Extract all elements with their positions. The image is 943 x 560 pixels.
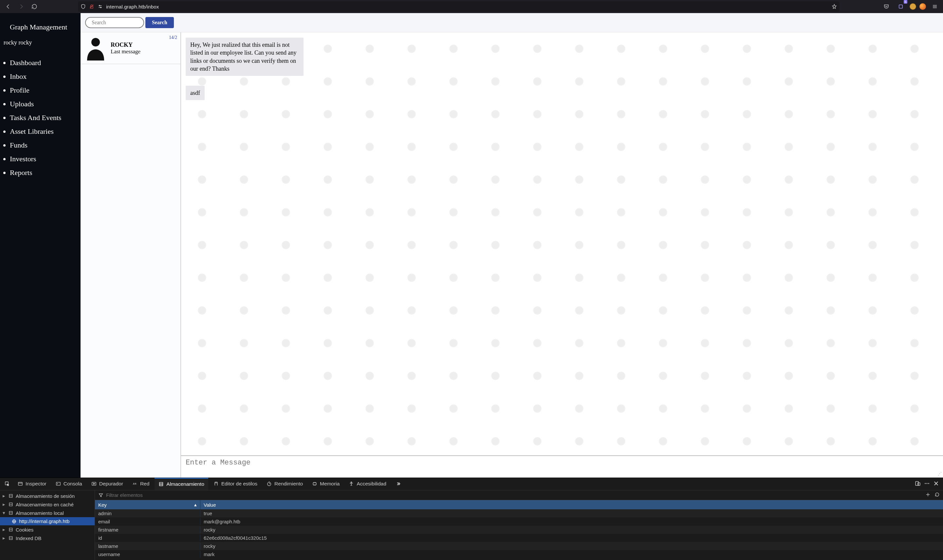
message-input[interactable] (186, 458, 938, 472)
url-text: internal.graph.htb/inbox (106, 4, 829, 9)
devtools-close-icon[interactable] (933, 480, 939, 488)
message-bubble: Hey, We just realized that this email is… (186, 38, 304, 76)
tab-overflow-button[interactable] (392, 478, 405, 490)
devtools-tabs: Inspector Consola Depurador Red Almacena… (0, 478, 943, 490)
back-button[interactable] (3, 1, 14, 12)
extension-foxy-icon[interactable] (920, 3, 926, 10)
address-bar[interactable]: internal.graph.htb/inbox (78, 1, 840, 12)
forward-button[interactable] (16, 1, 27, 12)
storage-rows: admintrueemailmark@graph.htbfirstnameroc… (95, 509, 943, 560)
tab-style-editor[interactable]: Editor de estilos (210, 478, 261, 490)
insecure-lock-icon (89, 4, 94, 9)
svg-point-28 (351, 482, 352, 483)
conversation-list: ROCKY Last message 14/2 (80, 32, 181, 478)
storage-row[interactable]: usernamemark (95, 550, 943, 558)
cell-value: true (201, 510, 943, 517)
cell-value: mark@graph.htb (201, 518, 943, 525)
storage-row[interactable]: firstnamerocky (95, 526, 943, 534)
nav-asset-libraries[interactable]: Asset Libraries (10, 125, 80, 138)
tree-origin[interactable]: http://internal.graph.htb (0, 517, 95, 525)
nav-reports[interactable]: Reports (10, 166, 80, 180)
nav-funds[interactable]: Funds (10, 138, 80, 152)
nav-dashboard[interactable]: Dashboard (10, 56, 80, 70)
search-button[interactable]: Search (145, 17, 174, 28)
storage-table: Key▴ Value admintrueemailmark@graph.htbf… (95, 490, 943, 560)
element-picker-button[interactable] (2, 478, 12, 490)
tree-cookies[interactable]: ▸Cookies (0, 525, 95, 534)
app-brand: Graph Management (0, 19, 80, 39)
svg-point-31 (924, 483, 926, 484)
storage-row[interactable]: id62e6cd008a2cf0041c320c15 (95, 534, 943, 542)
tree-session-storage[interactable]: ▸Almacenamiento de sesión (0, 492, 95, 500)
cell-key: firstname (95, 526, 201, 533)
sort-asc-icon: ▴ (194, 502, 197, 508)
app-sidebar: Graph Management rocky rocky Dashboard I… (0, 13, 80, 478)
storage-row[interactable]: admintrue (95, 509, 943, 517)
tab-accessibility[interactable]: Accesibilidad (345, 478, 390, 490)
storage-filter-bar (95, 490, 943, 500)
conversation-subtitle: Last message (111, 48, 140, 55)
nav-inbox[interactable]: Inbox (10, 70, 80, 83)
reload-button[interactable] (29, 1, 40, 12)
storage-filter-input[interactable] (106, 492, 923, 498)
menu-button[interactable] (929, 1, 940, 12)
nav-list: Dashboard Inbox Profile Uploads Tasks An… (10, 56, 80, 180)
tab-network[interactable]: Red (128, 478, 153, 490)
resize-handle-icon[interactable]: ⋰ (938, 471, 942, 476)
svg-point-4 (99, 5, 100, 6)
extension-cookie-icon[interactable] (910, 3, 916, 10)
cell-key: lastname (95, 543, 201, 549)
storage-tree: ▸Almacenamiento de sesión ▸Almacenamient… (0, 490, 95, 560)
browser-right-icons: 5 (841, 1, 940, 12)
storage-header-row: Key▴ Value (95, 500, 943, 509)
svg-point-32 (927, 483, 928, 484)
svg-rect-14 (56, 482, 60, 485)
svg-rect-17 (159, 482, 163, 486)
cell-key: email (95, 518, 201, 525)
nav-tasks-events[interactable]: Tasks And Events (10, 111, 80, 125)
cell-key: admin (95, 510, 201, 517)
sidebar-username: rocky rocky (0, 39, 80, 56)
header-key[interactable]: Key▴ (95, 500, 201, 509)
conversation-name: ROCKY (111, 42, 140, 48)
kebab-menu-icon[interactable] (924, 480, 930, 488)
devtools-panel: Inspector Consola Depurador Red Almacena… (0, 478, 943, 560)
storage-row[interactable]: lastnamerocky (95, 542, 943, 550)
tree-local-storage[interactable]: ▾Almacenamiento local (0, 509, 95, 517)
svg-rect-29 (915, 482, 918, 485)
cell-value: mark (201, 551, 943, 558)
refresh-icon[interactable] (934, 492, 940, 498)
search-input[interactable] (85, 17, 144, 28)
cell-value: 62e6cd008a2cf0041c320c15 (201, 534, 943, 542)
header-value[interactable]: Value (201, 500, 943, 509)
svg-point-5 (100, 7, 102, 8)
cell-value: rocky (201, 543, 943, 549)
tab-debugger[interactable]: Depurador (87, 478, 127, 490)
cell-key: id (95, 534, 201, 542)
tab-console[interactable]: Consola (52, 478, 86, 490)
nav-uploads[interactable]: Uploads (10, 97, 80, 111)
tree-cache-storage[interactable]: ▸Almacenamiento en caché (0, 500, 95, 509)
storage-row[interactable]: emailmark@graph.htb (95, 517, 943, 526)
svg-rect-12 (19, 482, 22, 485)
responsive-mode-icon[interactable] (915, 480, 921, 488)
svg-point-33 (928, 483, 929, 484)
message-bubble: asdf (186, 86, 205, 100)
tab-storage[interactable]: Almacenamiento (154, 478, 208, 490)
permissions-icon (97, 4, 103, 9)
tab-memory[interactable]: Memoria (308, 478, 343, 490)
svg-rect-21 (313, 483, 316, 485)
conversation-item[interactable]: ROCKY Last message 14/2 (80, 32, 181, 64)
extensions-icon[interactable]: 5 (895, 1, 906, 12)
nav-profile[interactable]: Profile (10, 83, 80, 97)
add-item-icon[interactable] (925, 492, 931, 498)
nav-investors[interactable]: Investors (10, 152, 80, 166)
tab-inspector[interactable]: Inspector (14, 478, 51, 490)
svg-rect-30 (918, 483, 920, 485)
badge-count: 5 (904, 0, 907, 4)
pocket-icon[interactable] (881, 1, 892, 12)
svg-point-10 (91, 38, 100, 46)
tree-indexed-db[interactable]: ▸Indexed DB (0, 534, 95, 542)
bookmark-star-icon[interactable] (832, 4, 837, 9)
tab-performance[interactable]: Rendimiento (262, 478, 307, 490)
